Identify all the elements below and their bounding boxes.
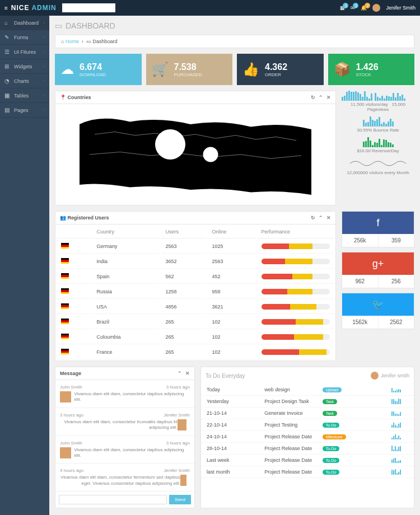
flag-icon (61, 273, 69, 279)
sparkline (391, 422, 408, 428)
widgets-icon: ⊞ (4, 63, 11, 69)
todo-item[interactable]: 28-10-14Project Release DateTo-Do (201, 443, 414, 455)
collapse-icon[interactable]: ⌃ (178, 371, 182, 376)
avatar (180, 475, 186, 486)
stat-card-stock[interactable]: 📦1.426STOCK (328, 54, 415, 85)
search-input[interactable] (62, 3, 115, 12)
flag-icon (61, 319, 69, 324)
todo-panel: To Do Everyday Jenifer smith Todayweb de… (200, 367, 414, 508)
sparkline (391, 446, 408, 451)
flag-icon (61, 258, 69, 264)
menu-icon[interactable]: ≡ (4, 5, 8, 11)
todo-item[interactable]: Last weekProject Release DateTo-Do (201, 455, 414, 466)
svg-point-2 (203, 147, 218, 162)
stat-revenue: $16.00 Revenue/Day (342, 137, 414, 153)
sidebar-item-charts[interactable]: ◔Charts› (0, 74, 49, 88)
social-fb[interactable]: f256k359 (342, 211, 414, 247)
todo-item[interactable]: YesterdayProject Design TaskTask (201, 396, 414, 408)
avatar[interactable] (372, 4, 380, 12)
social-gp[interactable]: g+962256 (342, 252, 414, 288)
send-button[interactable]: Send (169, 495, 191, 504)
table-row[interactable]: USA48563621 (57, 300, 334, 314)
close-icon[interactable]: ✕ (185, 371, 190, 376)
table-row[interactable]: Brazil265102 (57, 315, 334, 329)
todo-item[interactable]: 22-10-14Project TestingTo-Do (201, 419, 414, 431)
stat-monthly: 12,000000 visitors every Month (342, 158, 414, 175)
svg-point-1 (155, 129, 185, 160)
pin-icon: 📍 (60, 95, 66, 100)
stat-visitors: 11,500 visitors/day 15,000 Pageviews (342, 91, 414, 112)
tasks-icon[interactable]: ▦3 (340, 5, 345, 11)
close-icon[interactable]: ✕ (326, 95, 331, 100)
collapse-icon[interactable]: ⌃ (319, 215, 323, 221)
ui fitures-icon: ☰ (4, 49, 11, 55)
card-icon: 👍 (242, 62, 259, 77)
social-tw[interactable]: 🐦1562k2562 (342, 293, 414, 329)
table-row[interactable]: Spain562452 (57, 270, 334, 284)
monitor-icon: ▭ (55, 21, 62, 30)
user-name[interactable]: Jenifer Smith (386, 5, 416, 11)
forms-icon: ✎ (4, 34, 11, 40)
bell-icon[interactable]: 🔔7 (361, 5, 367, 11)
stat-bounce: 30.55% Bounce Rate (342, 116, 414, 133)
flag-icon (61, 288, 69, 294)
world-map[interactable] (55, 104, 335, 205)
todo-item[interactable]: 21-10-14Generate InvoiceTask (201, 408, 414, 419)
table-row[interactable]: Russia1258958 (57, 285, 334, 299)
avatar (60, 391, 71, 402)
tw-icon: 🐦 (342, 293, 414, 316)
sparkline (391, 387, 408, 392)
sidebar-item-widgets[interactable]: ⊞Widgets› (0, 59, 49, 74)
top-header: ≡ NICE ADMIN ▦3 ✉3 🔔7 Jenifer Smith (0, 0, 420, 16)
todo-item[interactable]: 24-10-14Project Release DateMilestone (201, 431, 414, 443)
tables-icon: ▦ (4, 92, 11, 99)
breadcrumb: ⌂ Home › ▭ Dashboard (55, 35, 414, 48)
table-row[interactable]: France265102 (57, 345, 334, 359)
dashboard-icon: ⌂ (4, 20, 11, 26)
stat-card-order[interactable]: 👍4.362ORDER (237, 54, 324, 85)
avatar (178, 419, 186, 430)
close-icon[interactable]: ✕ (326, 215, 331, 221)
sidebar-item-forms[interactable]: ✎Forms› (0, 30, 49, 45)
sidebar-item-ui fitures[interactable]: ☰UI Fitures› (0, 45, 49, 59)
message-item: 4 hours agoJenifer SmithVivamus diam eli… (55, 464, 194, 491)
refresh-icon[interactable]: ↻ (311, 95, 315, 100)
message-item: John Smith3 hours agoVivamus diam elit d… (55, 436, 194, 464)
todo-item[interactable]: Todayweb designUpload (201, 384, 414, 396)
stat-card-download[interactable]: ☁6.674DOWNLOAD (55, 54, 142, 85)
card-icon: 🛒 (152, 62, 169, 77)
pages-icon: ▤ (4, 107, 11, 113)
todo-item[interactable]: last monthProject Release DateTo-Do (201, 466, 414, 478)
sparkline (391, 457, 408, 463)
refresh-icon[interactable]: ↻ (311, 215, 315, 221)
message-panel: Message ⌃ ✕ John Smith3 hours agoVivamus… (55, 367, 195, 508)
avatar (371, 372, 379, 380)
message-input[interactable] (59, 495, 167, 504)
mail-icon[interactable]: ✉3 (351, 5, 355, 11)
sidebar: ⌂Dashboard›✎Forms›☰UI Fitures›⊞Widgets›◔… (0, 16, 49, 515)
card-icon: 📦 (334, 62, 351, 77)
breadcrumb-home[interactable]: Home (66, 39, 79, 44)
page-title: ▭ DASHBOARD (55, 21, 414, 30)
collapse-icon[interactable]: ⌃ (319, 95, 323, 100)
message-item: 3 hours agoJenifer SmithVivamus diam eli… (55, 408, 194, 436)
message-item: John Smith3 hours agoVivamus diam elit d… (55, 380, 194, 408)
stat-card-purchased[interactable]: 🛒7.538PURCHASED (146, 54, 233, 85)
sparkline (391, 410, 408, 416)
sidebar-item-tables[interactable]: ▦Tables› (0, 88, 49, 103)
table-row[interactable]: Coloumbia265102 (57, 330, 334, 344)
countries-panel: 📍 Countries ↻ ⌃ ✕ (55, 91, 336, 205)
table-row[interactable]: India36522563 (57, 255, 334, 269)
table-row[interactable]: Germany25631025 (57, 240, 334, 254)
gp-icon: g+ (342, 252, 414, 275)
users-icon: 👥 (60, 215, 66, 221)
sparkline (391, 434, 408, 439)
flag-icon (61, 303, 69, 309)
sidebar-item-dashboard[interactable]: ⌂Dashboard› (0, 16, 49, 30)
logo[interactable]: NICE ADMIN (11, 4, 57, 12)
sidebar-item-pages[interactable]: ▤Pages› (0, 103, 49, 118)
users-panel: 👥 Registered Users ↻ ⌃ ✕ CountryUsersOnl… (55, 211, 336, 361)
sparkline (391, 469, 408, 475)
fb-icon: f (342, 212, 414, 234)
charts-icon: ◔ (4, 78, 11, 84)
